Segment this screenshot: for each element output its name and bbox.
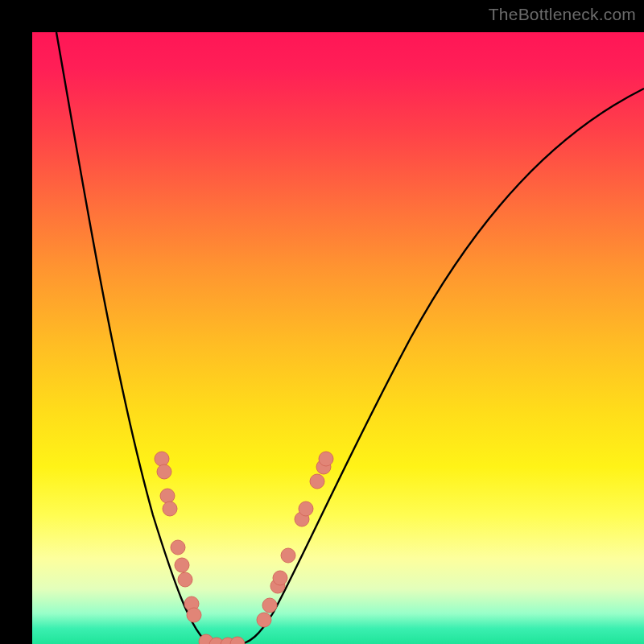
data-point — [299, 502, 313, 516]
chart-svg — [32, 32, 644, 644]
data-point — [175, 558, 189, 572]
data-point — [178, 572, 192, 587]
data-point — [155, 452, 169, 466]
data-point — [257, 613, 271, 627]
data-point — [171, 540, 185, 555]
data-point — [187, 608, 201, 622]
data-point — [262, 598, 277, 613]
watermark-text: TheBottleneck.com — [489, 5, 636, 24]
chart-frame: TheBottleneck.com — [0, 0, 644, 644]
data-point — [310, 474, 324, 489]
plot-area — [32, 32, 644, 644]
data-point — [157, 464, 171, 479]
data-point — [281, 548, 295, 563]
data-point — [319, 452, 333, 466]
data-point — [273, 571, 287, 585]
data-point — [230, 637, 245, 644]
data-point — [160, 489, 175, 503]
data-point — [163, 502, 177, 516]
bottleneck-curve — [56, 32, 644, 644]
